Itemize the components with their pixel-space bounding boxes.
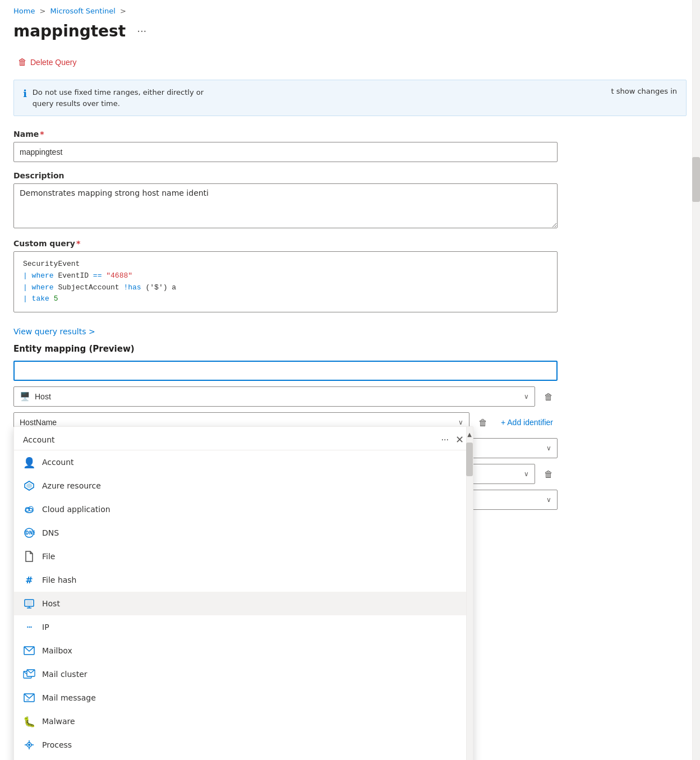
- right-scrollbar-thumb: [692, 157, 700, 202]
- svg-text:DNS: DNS: [25, 531, 35, 536]
- dropdown-item-dns[interactable]: DNS DNS: [14, 521, 466, 545]
- query-field-group: Custom query* SecurityEvent | where Even…: [13, 239, 687, 312]
- breadcrumb-sep1: >: [40, 7, 46, 15]
- ip-icon: ···: [23, 621, 35, 633]
- dropdown-item-process[interactable]: Process: [14, 733, 466, 757]
- dropdown-item-ip[interactable]: ··· IP: [14, 615, 466, 639]
- dropdown-item-mail-cluster[interactable]: Mail cluster: [14, 662, 466, 686]
- host-icon: [23, 597, 35, 610]
- dropdown-item-cloud-application[interactable]: Cloud application: [14, 498, 466, 521]
- code-block[interactable]: SecurityEvent | where EventID == "4688" …: [13, 251, 558, 312]
- name-label: Name*: [13, 130, 687, 139]
- host-entity-dropdown[interactable]: 🖥️ Host ∨: [13, 386, 535, 407]
- dropdown-item-registry-key[interactable]: Registry key: [14, 757, 466, 760]
- dns-icon: DNS: [23, 527, 35, 539]
- dropdown-item-file[interactable]: File: [14, 545, 466, 568]
- malware-icon: 🐛: [23, 715, 35, 727]
- code-line4: | take 5: [23, 293, 548, 305]
- svg-marker-1: [26, 483, 32, 489]
- file-hash-icon: #: [23, 574, 35, 586]
- account-item-label: Account: [42, 458, 74, 467]
- azureid-chevron: ∨: [524, 470, 529, 478]
- process-icon: [23, 739, 35, 751]
- description-input[interactable]: Demonstrates mapping strong host name id…: [13, 183, 558, 228]
- view-query-link[interactable]: View query results >: [13, 327, 95, 336]
- delete-query-label: Delete Query: [30, 58, 76, 67]
- host-entity-label: Host: [35, 392, 51, 401]
- dropdown-scroll-up[interactable]: ▲: [467, 431, 472, 437]
- azure-resource-label: Azure resource: [42, 481, 101, 490]
- header-more-icon[interactable]: ···: [132, 23, 151, 39]
- dropdown-title: Account: [23, 435, 55, 444]
- file-icon: [23, 550, 35, 563]
- code-line1: SecurityEvent: [23, 259, 548, 270]
- cloud-application-icon: [23, 503, 35, 515]
- malware-label: Malware: [42, 717, 75, 726]
- code-line2: | where EventID == "4688": [23, 270, 548, 282]
- entity-search-container: [13, 361, 558, 381]
- dns-label: DNS: [42, 528, 59, 537]
- process-label: Process: [42, 740, 72, 749]
- dropdown-item-malware[interactable]: 🐛 Malware: [14, 710, 466, 733]
- page-title: mappingtest: [13, 22, 126, 40]
- host-label: Host: [42, 599, 60, 608]
- hostname-label: HostName: [20, 418, 57, 427]
- info-icon: ℹ: [23, 87, 27, 99]
- toolbar: 🗑 Delete Query: [0, 49, 700, 75]
- query-label: Custom query*: [13, 239, 687, 248]
- dropdown-item-mailbox[interactable]: Mailbox: [14, 639, 466, 662]
- hostname-chevron: ∨: [458, 418, 463, 426]
- dropdown-item-account[interactable]: 👤 Account: [14, 450, 466, 474]
- dropdown-item-file-hash[interactable]: # File hash: [14, 568, 466, 592]
- name-input[interactable]: [13, 142, 558, 162]
- cloud-application-label: Cloud application: [42, 505, 110, 514]
- account-icon: 👤: [23, 456, 35, 468]
- host-entity-row: 🖥️ Host ∨ 🗑: [13, 386, 558, 407]
- breadcrumb-sentinel[interactable]: Microsoft Sentinel: [50, 7, 116, 15]
- dropdown-scrollbar-thumb: [466, 443, 473, 476]
- name-required: *: [40, 130, 44, 139]
- breadcrumb: Home > Microsoft Sentinel >: [0, 0, 700, 20]
- svg-rect-8: [26, 601, 32, 605]
- info-text: Do not use fixed time ranges, either dir…: [33, 87, 204, 109]
- trash-icon: 🗑: [18, 57, 27, 67]
- entity-search-input[interactable]: [13, 361, 558, 381]
- entity-type-dropdown-overlay: Account ··· ✕ ▲ ▼ 👤 Account Azure resour…: [13, 426, 473, 760]
- dropdown-more-icon[interactable]: ···: [441, 435, 449, 444]
- description-field-group: Description Demonstrates mapping strong …: [13, 171, 687, 230]
- file-hash-label: File hash: [42, 575, 77, 584]
- dropdown-close-icon[interactable]: ✕: [455, 434, 464, 445]
- dropdown-item-azure-resource[interactable]: Azure resource: [14, 474, 466, 498]
- right-scrollbar[interactable]: [692, 0, 700, 760]
- code-line3: | where SubjectAccount !has ('$') a: [23, 282, 548, 294]
- host-dropdown-chevron: ∨: [524, 393, 529, 400]
- hostname-delete-icon[interactable]: 🗑: [474, 412, 492, 432]
- dropdown-item-host[interactable]: Host: [14, 592, 466, 615]
- delete-query-button[interactable]: 🗑 Delete Query: [13, 54, 81, 71]
- ip-label: IP: [42, 623, 49, 632]
- page-header: mappingtest ···: [0, 20, 700, 49]
- query-required: *: [76, 239, 80, 248]
- dropdown-items-list: 👤 Account Azure resource Cloud applicati…: [14, 450, 473, 760]
- mail-message-label: Mail message: [42, 693, 96, 702]
- dropdown-scrollbar[interactable]: ▲ ▼: [466, 427, 473, 760]
- description-label: Description: [13, 171, 687, 180]
- mail-cluster-icon: [23, 668, 35, 680]
- mail-cluster-label: Mail cluster: [42, 670, 88, 679]
- mailbox-label: Mailbox: [42, 646, 72, 655]
- breadcrumb-sep2: >: [120, 7, 126, 15]
- mailbox-icon: [23, 644, 35, 657]
- host-entity-icon: 🖥️: [20, 391, 30, 402]
- add-identifier-button[interactable]: + Add identifier: [496, 416, 558, 429]
- azure-resource-icon: [23, 480, 35, 492]
- entity-mapping-title: Entity mapping (Preview): [13, 344, 687, 354]
- azureid-delete-icon[interactable]: 🗑: [540, 464, 558, 484]
- host-entity-delete-icon[interactable]: 🗑: [540, 386, 558, 407]
- dropdown-item-mail-message[interactable]: Mail message: [14, 686, 466, 710]
- breadcrumb-home[interactable]: Home: [13, 7, 35, 15]
- mail-message-icon: [23, 692, 35, 704]
- name-field-group: Name*: [13, 130, 687, 162]
- file-label: File: [42, 552, 55, 561]
- value1-chevron: ∨: [546, 444, 551, 452]
- info-banner: ℹ Do not use fixed time ranges, either d…: [13, 80, 687, 116]
